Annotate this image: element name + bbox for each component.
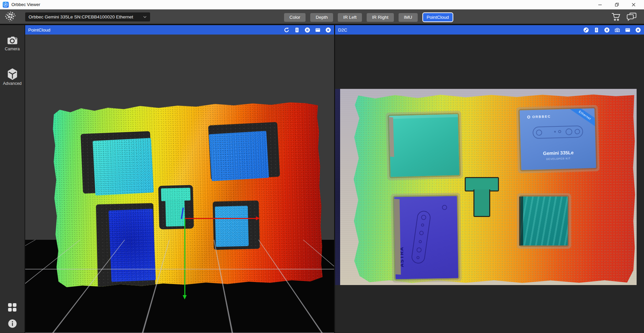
stream-button-ir-left[interactable]: IR Left	[338, 13, 362, 22]
toolbar: Orbbec Gemini 335Le SN:CPEBB4100020 Ethe…	[0, 9, 644, 24]
stream-button-pointcloud[interactable]: PointCloud	[422, 12, 453, 22]
restore-button[interactable]	[608, 0, 625, 9]
table-edge	[335, 89, 340, 285]
snapshot-icon[interactable]	[614, 27, 620, 33]
reset-view-icon[interactable]	[284, 27, 289, 33]
stream-buttons: Color Depth IR Left IR Right IMU PointCl…	[284, 12, 453, 22]
pointcloud-box-blue	[209, 131, 269, 181]
window-title: Orbbec Viewer	[11, 0, 40, 9]
panel-title: D2C	[338, 27, 347, 33]
pointcloud-panel-header: PointCloud	[25, 25, 334, 35]
stream-button-ir-right[interactable]: IR Right	[367, 13, 394, 22]
camera-icon	[0, 35, 25, 46]
pointcloud-viewport[interactable]	[25, 35, 334, 333]
gemini-brand: ORBBEC	[527, 115, 551, 119]
chat-icon[interactable]	[627, 12, 637, 21]
pointcloud-box-light-blue	[215, 206, 249, 247]
d2c-panel-header: D2C	[335, 25, 644, 35]
d2c-viewport[interactable]: ORBBEC Ethernet Gemini 335Le DEVELOPER K…	[335, 35, 644, 333]
d2c-teal-box	[389, 114, 460, 177]
stream-button-depth[interactable]: Depth	[310, 13, 333, 22]
close-button[interactable]	[625, 0, 642, 9]
device-selector-value: Orbbec Gemini 335Le SN:CPEBB4100020 Ethe…	[29, 14, 143, 19]
pointcloud-header-icons	[284, 27, 331, 33]
d2c-panel: D2C	[335, 25, 644, 333]
astra-label-text: ASTRA	[399, 246, 405, 267]
pointcloud-panel: PointCloud	[25, 25, 334, 333]
app-logo-icon	[3, 2, 9, 8]
gemini-subtitle-text: DEVELOPER KIT	[521, 156, 596, 161]
pause-icon[interactable]	[604, 27, 610, 33]
d2c-overlay-image: ORBBEC Ethernet Gemini 335Le DEVELOPER K…	[335, 89, 637, 285]
close-stream-icon[interactable]	[325, 27, 331, 33]
orbbec-viewer-app: Orbbec Viewer	[0, 0, 644, 333]
window-mode-icon[interactable]	[625, 27, 631, 33]
astra-device-drawing	[411, 210, 431, 264]
minimize-button[interactable]	[592, 0, 608, 9]
chevron-down-icon	[143, 16, 147, 18]
d2c-gemini-box: ORBBEC Ethernet Gemini 335Le DEVELOPER K…	[520, 108, 596, 170]
info-icon[interactable]	[0, 319, 25, 328]
cube-icon	[0, 68, 25, 80]
sidebar: Camera Advanced	[0, 25, 25, 333]
sidebar-item-camera[interactable]: Camera	[0, 35, 25, 51]
stream-info-icon[interactable]	[294, 27, 300, 33]
panel-title: PointCloud	[28, 27, 50, 33]
pause-icon[interactable]	[305, 27, 310, 33]
title-bar: Orbbec Viewer	[0, 0, 644, 9]
d2c-astra-box: ASTRA	[394, 196, 458, 279]
close-stream-icon[interactable]	[635, 27, 641, 33]
pointcloud-box-deep-blue	[108, 209, 156, 282]
window-mode-icon[interactable]	[315, 27, 321, 33]
axis-y-arrow	[184, 219, 185, 295]
orbbec-logo-icon	[3, 11, 18, 23]
d2c-header-icons	[583, 27, 641, 33]
gemini-device-drawing	[533, 125, 583, 139]
d2c-t-object	[473, 189, 490, 217]
device-selector-dropdown[interactable]: Orbbec Gemini 335Le SN:CPEBB4100020 Ethe…	[25, 12, 150, 21]
pointcloud-plane	[51, 101, 324, 289]
axis-x-arrow	[185, 218, 256, 219]
gemini-model-text: Gemini 335Le	[521, 149, 596, 157]
stream-button-imu[interactable]: IMU	[399, 13, 418, 22]
apps-grid-icon[interactable]	[0, 303, 25, 312]
orbbec-mark-icon	[527, 115, 530, 118]
cart-icon[interactable]	[611, 12, 621, 21]
sidebar-item-label: Camera	[0, 47, 25, 51]
stream-button-color[interactable]: Color	[284, 13, 306, 22]
flip-icon[interactable]	[583, 27, 589, 33]
pointcloud-box-cyan	[93, 138, 154, 196]
astra-side-logo	[442, 205, 447, 210]
sidebar-item-advanced[interactable]: Advanced	[0, 68, 25, 86]
stream-info-icon[interactable]	[594, 27, 599, 33]
window-controls	[592, 0, 642, 9]
d2c-cyan-box	[520, 197, 568, 245]
sidebar-item-label: Advanced	[0, 81, 25, 86]
toolbar-actions	[611, 12, 637, 21]
